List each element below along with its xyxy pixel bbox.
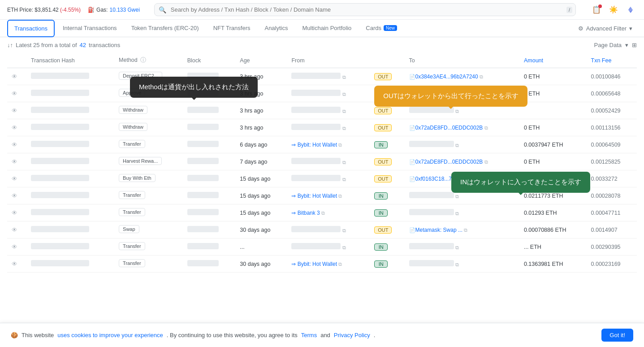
bookmark-icon[interactable]: 📋 — [590, 4, 603, 16]
row-block-cell — [183, 153, 236, 170]
from-link[interactable]: ⇒ Bitbank 3 — [291, 210, 320, 216]
tab-analytics[interactable]: Analytics — [258, 20, 294, 37]
col-eye — [7, 53, 26, 68]
eth-logo-icon[interactable] — [624, 4, 637, 16]
copy-from-icon[interactable]: ⧉ — [338, 142, 342, 147]
copy-to-icon[interactable]: ⧉ — [455, 108, 459, 114]
search-shortcut-key: / — [566, 7, 572, 13]
copy-from-icon[interactable]: ⧉ — [342, 177, 346, 182]
eye-icon[interactable]: 👁 — [12, 142, 17, 148]
row-txfee-cell: 0.00052429 — [587, 102, 637, 119]
from-link[interactable]: ⇒ Bybit: Hot Wallet — [291, 261, 337, 267]
col-method: Method ⓘ — [114, 53, 183, 68]
eye-icon[interactable]: 👁 — [12, 210, 17, 216]
to-link[interactable]: Metamask: Swap ... — [415, 227, 462, 233]
copy-from-icon[interactable]: ⧉ — [342, 228, 346, 233]
row-age-cell: 6 days ago — [235, 136, 287, 153]
tab-internal-transactions[interactable]: Internal Transactions — [56, 20, 123, 37]
row-txhash-cell — [26, 204, 114, 221]
copy-from-icon[interactable]: ⧉ — [338, 261, 342, 267]
copy-to-icon[interactable]: ⧉ — [464, 227, 467, 233]
contract-icon: 📄 — [409, 74, 415, 79]
topbar-icons: 📋 ☀️ — [590, 4, 637, 16]
contract-icon: 📄 — [409, 91, 415, 96]
tx-hash-bar — [31, 141, 89, 147]
copy-to-icon[interactable]: ⧉ — [478, 176, 481, 182]
tab-multichain-portfolio[interactable]: Multichain Portfolio — [296, 20, 358, 37]
sort-icon: ↓↑ — [7, 42, 13, 48]
from-bar — [291, 158, 341, 164]
col-amount: Amount — [519, 53, 587, 68]
expand-icon[interactable]: ⊞ — [632, 42, 637, 48]
tab-nft-transfers[interactable]: NFT Transfers — [207, 20, 257, 37]
row-age-cell: 15 days ago — [235, 170, 287, 187]
copy-to-icon[interactable]: ⧉ — [455, 194, 459, 199]
from-bar — [291, 107, 341, 113]
copy-from-icon[interactable]: ⧉ — [342, 91, 346, 97]
copy-from-icon[interactable]: ⧉ — [342, 126, 346, 131]
eye-icon[interactable]: 👁 — [12, 125, 17, 131]
row-to-cell: 📄0x72aDE8FD...0EDDC002B ⧉ — [405, 119, 519, 136]
row-age-cell: 30 days ago — [235, 256, 287, 273]
block-bar — [187, 243, 219, 249]
copy-from-icon[interactable]: ⧉ — [321, 210, 325, 216]
copy-from-icon[interactable]: ⧉ — [338, 193, 342, 199]
to-link[interactable]: 0x384e3AE4...96b2A7240 — [415, 74, 478, 80]
col-from: From — [287, 53, 370, 68]
row-direction-cell: IN — [370, 187, 404, 204]
tx-hash-bar — [31, 73, 89, 79]
eye-icon[interactable]: 👁 — [12, 159, 17, 165]
tx-hash-bar — [31, 260, 89, 266]
row-direction-cell: IN — [370, 204, 404, 221]
row-amount-cell: 0 ETH — [519, 153, 587, 170]
tab-token-transfers[interactable]: Token Transfers (ERC-20) — [125, 20, 205, 37]
filter-columns-icon[interactable]: ▾ — [625, 42, 628, 48]
method-badge: Transfer — [119, 140, 145, 148]
to-link[interactable]: 0x72aDE8FD...0EDDC002B — [415, 159, 483, 165]
block-bar — [187, 107, 219, 113]
eye-icon[interactable]: 👁 — [12, 91, 17, 97]
theme-icon[interactable]: ☀️ — [607, 4, 620, 16]
row-direction-cell: IN — [370, 256, 404, 273]
from-link[interactable]: ⇒ Bybit: Hot Wallet — [291, 142, 337, 148]
copy-from-icon[interactable]: ⧉ — [342, 160, 346, 165]
copy-to-icon[interactable]: ⧉ — [455, 143, 459, 148]
row-block-cell — [183, 102, 236, 119]
tab-cards[interactable]: Cards New — [359, 20, 403, 37]
advanced-filter-button[interactable]: ⚙ Advanced Filter ▾ — [574, 22, 637, 35]
eye-icon[interactable]: 👁 — [12, 227, 17, 233]
row-age-cell: 30 days ago — [235, 221, 287, 239]
to-link[interactable]: 0xf0163C18...75460335F — [415, 176, 476, 182]
row-direction-cell: OUT — [370, 153, 404, 170]
copy-from-icon[interactable]: ⧉ — [342, 108, 346, 114]
total-count-link[interactable]: 42 — [80, 42, 86, 48]
eye-icon[interactable]: 👁 — [12, 193, 17, 199]
eye-icon[interactable]: 👁 — [12, 108, 17, 114]
to-link[interactable]: 0x72aDE8FD...0EDDC002B — [415, 125, 483, 131]
copy-from-icon[interactable]: ⧉ — [342, 245, 346, 250]
from-link[interactable]: ⇒ Bybit: Hot Wallet — [291, 193, 337, 199]
search-input[interactable] — [154, 3, 576, 16]
row-age-cell: ... — [235, 239, 287, 256]
tab-transactions[interactable]: Transactions — [7, 20, 55, 37]
row-direction-cell: IN — [370, 136, 404, 153]
eye-icon[interactable]: 👁 — [12, 261, 17, 267]
summary-prefix: Latest 25 from a total of — [16, 42, 77, 48]
eye-icon[interactable]: 👁 — [12, 176, 17, 182]
eye-icon[interactable]: 👁 — [12, 244, 17, 250]
row-txhash-cell — [26, 136, 114, 153]
copy-to-icon[interactable]: ⧉ — [455, 211, 459, 216]
copy-from-icon[interactable]: ⧉ — [342, 74, 346, 80]
copy-to-icon[interactable]: ⧉ — [455, 245, 459, 250]
info-icon: ⓘ — [140, 57, 146, 63]
copy-to-icon[interactable]: ⧉ — [484, 159, 488, 165]
copy-to-icon[interactable]: ⧉ — [484, 125, 488, 130]
direction-badge: OUT — [374, 158, 392, 165]
copy-to-icon[interactable]: ⧉ — [480, 74, 483, 79]
copy-to-icon[interactable]: ⧉ — [478, 91, 482, 96]
eye-icon[interactable]: 👁 — [12, 74, 17, 80]
direction-badge: IN — [374, 192, 388, 200]
copy-to-icon[interactable]: ⧉ — [455, 262, 459, 267]
to-link[interactable]: 0xadd39272...635F34234 — [415, 91, 477, 97]
tx-hash-bar — [31, 192, 89, 198]
